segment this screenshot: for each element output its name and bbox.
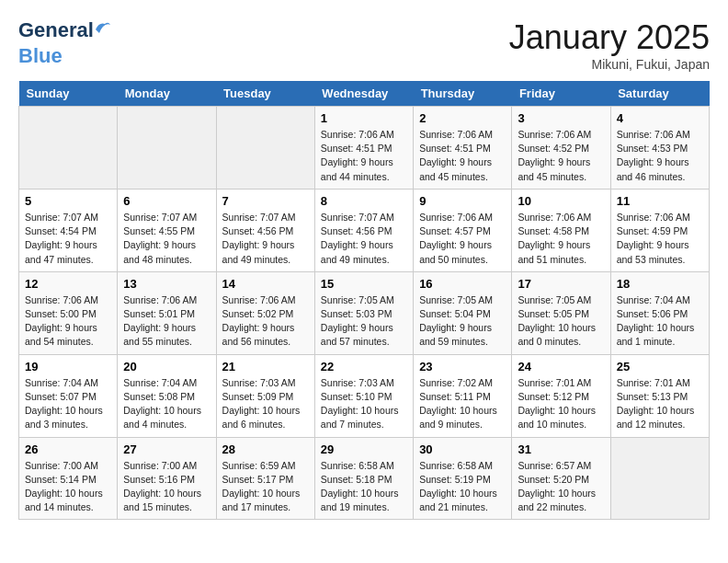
calendar-cell: 18Sunrise: 7:04 AMSunset: 5:06 PMDayligh…	[610, 271, 709, 354]
day-number: 22	[321, 360, 407, 373]
day-number: 31	[518, 442, 604, 456]
day-number: 10	[518, 194, 604, 208]
calendar-cell: 5Sunrise: 7:07 AMSunset: 4:54 PMDaylight…	[19, 189, 118, 271]
calendar-cell: 29Sunrise: 6:58 AMSunset: 5:18 PMDayligh…	[314, 437, 413, 520]
calendar-cell	[118, 107, 216, 190]
calendar-cell: 23Sunrise: 7:02 AMSunset: 5:11 PMDayligh…	[414, 354, 512, 437]
day-info: Sunrise: 7:03 AMSunset: 5:10 PMDaylight:…	[321, 376, 407, 432]
calendar-cell: 14Sunrise: 7:06 AMSunset: 5:02 PMDayligh…	[216, 271, 314, 354]
day-number: 27	[123, 442, 210, 456]
day-info: Sunrise: 7:05 AMSunset: 5:05 PMDaylight:…	[518, 293, 604, 350]
calendar-cell: 30Sunrise: 6:58 AMSunset: 5:19 PMDayligh…	[414, 437, 512, 520]
calendar-table: SundayMondayTuesdayWednesdayThursdayFrid…	[18, 81, 710, 520]
day-number: 24	[518, 360, 604, 373]
weekday-header-wednesday: Wednesday	[314, 81, 413, 107]
day-number: 23	[419, 360, 506, 373]
day-info: Sunrise: 6:58 AMSunset: 5:19 PMDaylight:…	[419, 459, 506, 515]
calendar-cell: 1Sunrise: 7:06 AMSunset: 4:51 PMDaylight…	[314, 107, 413, 190]
day-info: Sunrise: 7:03 AMSunset: 5:09 PMDaylight:…	[222, 376, 309, 432]
day-number: 30	[419, 442, 506, 456]
day-info: Sunrise: 7:06 AMSunset: 4:57 PMDaylight:…	[419, 211, 506, 267]
day-info: Sunrise: 7:02 AMSunset: 5:11 PMDaylight:…	[419, 376, 506, 432]
calendar-week-row: 12Sunrise: 7:06 AMSunset: 5:00 PMDayligh…	[19, 271, 710, 354]
calendar-cell: 13Sunrise: 7:06 AMSunset: 5:01 PMDayligh…	[118, 271, 216, 354]
day-number: 7	[222, 194, 309, 208]
day-number: 4	[617, 111, 703, 125]
logo: General Blue	[18, 18, 94, 68]
weekday-header-row: SundayMondayTuesdayWednesdayThursdayFrid…	[19, 81, 710, 107]
day-info: Sunrise: 7:06 AMSunset: 5:00 PMDaylight:…	[25, 293, 111, 350]
day-number: 14	[222, 277, 309, 291]
calendar-cell: 26Sunrise: 7:00 AMSunset: 5:14 PMDayligh…	[19, 437, 118, 520]
day-number: 21	[222, 360, 309, 373]
calendar-cell: 9Sunrise: 7:06 AMSunset: 4:57 PMDaylight…	[414, 189, 512, 271]
day-number: 12	[25, 277, 111, 291]
day-number: 2	[419, 111, 506, 125]
calendar-cell: 11Sunrise: 7:06 AMSunset: 4:59 PMDayligh…	[610, 189, 709, 271]
day-info: Sunrise: 7:06 AMSunset: 4:58 PMDaylight:…	[518, 211, 604, 267]
day-info: Sunrise: 7:05 AMSunset: 5:03 PMDaylight:…	[321, 293, 407, 350]
day-info: Sunrise: 7:00 AMSunset: 5:16 PMDaylight:…	[123, 459, 210, 515]
day-info: Sunrise: 7:05 AMSunset: 5:04 PMDaylight:…	[419, 293, 506, 350]
day-number: 17	[518, 277, 604, 291]
calendar-cell: 8Sunrise: 7:07 AMSunset: 4:56 PMDaylight…	[314, 189, 413, 271]
weekday-header-thursday: Thursday	[414, 81, 512, 107]
day-number: 11	[617, 194, 703, 208]
calendar-cell: 16Sunrise: 7:05 AMSunset: 5:04 PMDayligh…	[414, 271, 512, 354]
logo-text-blue: Blue	[18, 44, 63, 67]
day-info: Sunrise: 6:57 AMSunset: 5:20 PMDaylight:…	[518, 459, 604, 515]
calendar-cell: 2Sunrise: 7:06 AMSunset: 4:51 PMDaylight…	[414, 107, 512, 190]
calendar-cell: 4Sunrise: 7:06 AMSunset: 4:53 PMDaylight…	[610, 107, 709, 190]
day-info: Sunrise: 7:01 AMSunset: 5:12 PMDaylight:…	[518, 376, 604, 432]
calendar-cell: 28Sunrise: 6:59 AMSunset: 5:17 PMDayligh…	[216, 437, 314, 520]
day-number: 28	[222, 442, 309, 456]
day-info: Sunrise: 7:07 AMSunset: 4:54 PMDaylight:…	[25, 211, 111, 267]
day-info: Sunrise: 7:06 AMSunset: 5:02 PMDaylight:…	[222, 293, 309, 350]
month-title: January 2025	[509, 18, 710, 57]
calendar-cell: 22Sunrise: 7:03 AMSunset: 5:10 PMDayligh…	[314, 354, 413, 437]
logo-text-general: General	[18, 18, 94, 41]
day-info: Sunrise: 7:06 AMSunset: 4:59 PMDaylight:…	[617, 211, 703, 267]
calendar-cell: 10Sunrise: 7:06 AMSunset: 4:58 PMDayligh…	[512, 189, 610, 271]
day-info: Sunrise: 7:06 AMSunset: 5:01 PMDaylight:…	[123, 293, 210, 350]
day-info: Sunrise: 7:06 AMSunset: 4:53 PMDaylight:…	[617, 128, 703, 184]
day-number: 5	[25, 194, 111, 208]
day-number: 3	[518, 111, 604, 125]
day-number: 13	[123, 277, 210, 291]
calendar-week-row: 5Sunrise: 7:07 AMSunset: 4:54 PMDaylight…	[19, 189, 710, 271]
calendar-cell: 17Sunrise: 7:05 AMSunset: 5:05 PMDayligh…	[512, 271, 610, 354]
calendar-cell: 6Sunrise: 7:07 AMSunset: 4:55 PMDaylight…	[118, 189, 216, 271]
calendar-cell: 24Sunrise: 7:01 AMSunset: 5:12 PMDayligh…	[512, 354, 610, 437]
calendar-cell	[610, 437, 709, 520]
day-number: 29	[321, 442, 407, 456]
calendar-cell: 27Sunrise: 7:00 AMSunset: 5:16 PMDayligh…	[118, 437, 216, 520]
day-info: Sunrise: 7:00 AMSunset: 5:14 PMDaylight:…	[25, 459, 111, 515]
calendar-cell: 31Sunrise: 6:57 AMSunset: 5:20 PMDayligh…	[512, 437, 610, 520]
day-number: 1	[321, 111, 407, 125]
weekday-header-saturday: Saturday	[610, 81, 709, 107]
day-number: 6	[123, 194, 210, 208]
calendar-cell: 3Sunrise: 7:06 AMSunset: 4:52 PMDaylight…	[512, 107, 610, 190]
calendar-week-row: 26Sunrise: 7:00 AMSunset: 5:14 PMDayligh…	[19, 437, 710, 520]
logo-bird-icon	[94, 20, 110, 33]
day-number: 8	[321, 194, 407, 208]
day-info: Sunrise: 7:04 AMSunset: 5:06 PMDaylight:…	[617, 293, 703, 350]
day-info: Sunrise: 6:58 AMSunset: 5:18 PMDaylight:…	[321, 459, 407, 515]
calendar-cell: 20Sunrise: 7:04 AMSunset: 5:08 PMDayligh…	[118, 354, 216, 437]
day-number: 26	[25, 442, 111, 456]
day-info: Sunrise: 7:04 AMSunset: 5:08 PMDaylight:…	[123, 376, 210, 432]
calendar-week-row: 19Sunrise: 7:04 AMSunset: 5:07 PMDayligh…	[19, 354, 710, 437]
weekday-header-friday: Friday	[512, 81, 610, 107]
day-info: Sunrise: 7:06 AMSunset: 4:51 PMDaylight:…	[321, 128, 407, 184]
calendar-cell	[216, 107, 314, 190]
day-info: Sunrise: 7:04 AMSunset: 5:07 PMDaylight:…	[25, 376, 111, 432]
day-info: Sunrise: 7:07 AMSunset: 4:56 PMDaylight:…	[222, 211, 309, 267]
day-info: Sunrise: 6:59 AMSunset: 5:17 PMDaylight:…	[222, 459, 309, 515]
day-info: Sunrise: 7:06 AMSunset: 4:52 PMDaylight:…	[518, 128, 604, 184]
page-header: General Blue January 2025 Mikuni, Fukui,…	[18, 18, 710, 72]
calendar-cell: 7Sunrise: 7:07 AMSunset: 4:56 PMDaylight…	[216, 189, 314, 271]
day-number: 19	[25, 360, 111, 373]
day-number: 16	[419, 277, 506, 291]
calendar-cell: 21Sunrise: 7:03 AMSunset: 5:09 PMDayligh…	[216, 354, 314, 437]
day-number: 25	[617, 360, 703, 373]
